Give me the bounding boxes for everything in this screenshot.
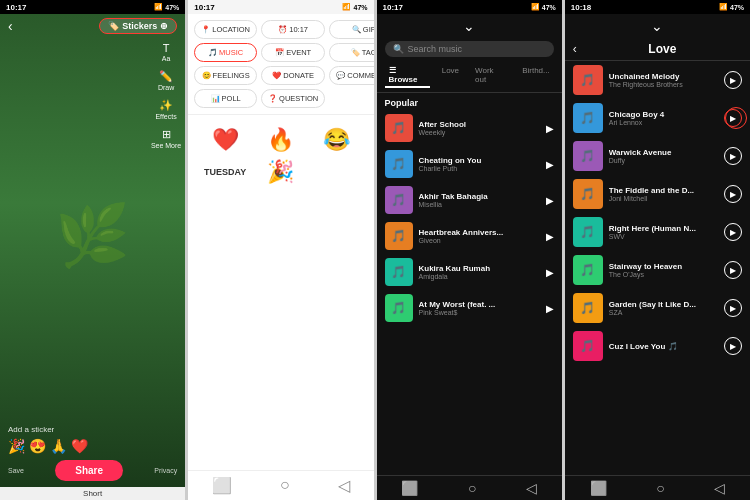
- donate-chip[interactable]: ❤️ DONATE: [261, 66, 325, 85]
- song-info-3: Warwick Avenue Duffy: [609, 148, 718, 164]
- play-btn-1[interactable]: ▶: [724, 71, 742, 89]
- status-icons-3: 📶 47%: [531, 3, 556, 11]
- song-thumb-6: 🎵: [573, 255, 603, 285]
- nav-home-4[interactable]: ○: [656, 480, 664, 496]
- gif-chip[interactable]: 🔍 GIF: [329, 20, 373, 39]
- clock-icon: ⏰: [278, 25, 287, 34]
- nav-back-3[interactable]: ◁: [526, 480, 537, 496]
- play-icon-2[interactable]: ▶: [546, 159, 554, 170]
- save-button[interactable]: Save: [8, 467, 24, 474]
- song-artist-garden: SZA: [609, 309, 718, 316]
- tab-browse[interactable]: ☰ Browse: [385, 64, 430, 88]
- play-btn-7[interactable]: ▶: [724, 299, 742, 317]
- play-btn-2[interactable]: ▶: [724, 109, 742, 127]
- song-artist-2: Charlie Puth: [419, 165, 540, 172]
- song-title-chicago: Chicago Boy 4: [609, 110, 718, 119]
- browse-icon: ☰: [389, 66, 396, 75]
- tab-workout[interactable]: Work out: [471, 64, 510, 88]
- chevron-down-icon[interactable]: ⌄: [463, 18, 475, 34]
- nav-squares-4[interactable]: ⬜: [590, 480, 607, 496]
- song-thumb-8: 🎵: [573, 331, 603, 361]
- status-bar-1: 10:17 📶 47%: [0, 0, 185, 14]
- feelings-chip[interactable]: 😊 FEELINGS: [194, 66, 257, 85]
- tag-icon: 🏷️: [351, 48, 360, 57]
- tab-love[interactable]: Love: [438, 64, 463, 88]
- music-item-3[interactable]: 🎵 Akhir Tak Bahagia Misellia ▶: [377, 182, 562, 218]
- search-icon: 🔍: [393, 44, 404, 54]
- screen3-nav: ⬜ ○ ◁: [377, 475, 562, 500]
- music-list: 🎵 After School Weeekly ▶ 🎵 Cheating on Y…: [377, 110, 562, 475]
- side-item-text[interactable]: T Aa: [151, 42, 181, 62]
- music-item-4[interactable]: 🎵 Heartbreak Annivers... Giveon ▶: [377, 218, 562, 254]
- song-item-cuz[interactable]: 🎵 Cuz I Love You 🎵 ▶: [565, 327, 750, 365]
- play-btn-3[interactable]: ▶: [724, 147, 742, 165]
- privacy-button[interactable]: Privacy: [154, 467, 177, 474]
- music-item-2[interactable]: 🎵 Cheating on You Charlie Puth ▶: [377, 146, 562, 182]
- stickers-button[interactable]: 🏷️ Stickers ⊕: [99, 18, 177, 34]
- effects-icon: ✨: [159, 99, 173, 112]
- bottom-nav-s1: Save Share Privacy: [8, 460, 177, 481]
- thumb-3: 🎵: [385, 186, 413, 214]
- song-title-4: Heartbreak Annivers...: [419, 228, 540, 237]
- side-item-effects[interactable]: ✨ Effects: [151, 99, 181, 120]
- song-info-1: Unchained Melody The Righteous Brothers: [609, 72, 718, 88]
- tab-birthday[interactable]: Birthd...: [518, 64, 554, 88]
- song-title-3: Akhir Tak Bahagia: [419, 192, 540, 201]
- song-item-chicago[interactable]: 🎵 Chicago Boy 4 Ari Lennox ▶: [565, 99, 750, 137]
- play-icon-6[interactable]: ▶: [546, 303, 554, 314]
- music-item-6[interactable]: 🎵 At My Worst (feat. ... Pink Sweat$ ▶: [377, 290, 562, 326]
- play-btn-8[interactable]: ▶: [724, 337, 742, 355]
- search-header: ⌄: [377, 14, 562, 38]
- emoji-heart[interactable]: ❤️: [200, 127, 250, 153]
- music-info-6: At My Worst (feat. ... Pink Sweat$: [419, 300, 540, 316]
- play-btn-5[interactable]: ▶: [724, 223, 742, 241]
- play-btn-4[interactable]: ▶: [724, 185, 742, 203]
- search-bar[interactable]: 🔍 Search music: [385, 41, 554, 57]
- back-icon-4[interactable]: ‹: [573, 42, 577, 56]
- nav-squares[interactable]: ⬜: [212, 476, 232, 495]
- song-item-stairway[interactable]: 🎵 Stairway to Heaven The O'Jays ▶: [565, 251, 750, 289]
- back-arrow-1[interactable]: ‹: [8, 18, 13, 34]
- music-item-1[interactable]: 🎵 After School Weeekly ▶: [377, 110, 562, 146]
- poll-chip[interactable]: 📊 POLL: [194, 89, 257, 108]
- song-item-righthere[interactable]: 🎵 Right Here (Human N... SWV ▶: [565, 213, 750, 251]
- screen-3: 10:17 📶 47% ⌄ 🔍 Search music ☰ Browse Lo…: [377, 0, 562, 500]
- comments-chip[interactable]: 💬 COMMENTS: [329, 66, 373, 85]
- song-item-warwick[interactable]: 🎵 Warwick Avenue Duffy ▶: [565, 137, 750, 175]
- screen-1: 10:17 📶 47% 🌿 ‹ 🏷️ Stickers ⊕ T Aa: [0, 0, 185, 500]
- comments-icon: 💬: [336, 71, 345, 80]
- play-icon-4[interactable]: ▶: [546, 231, 554, 242]
- screen-4: 10:18 📶 47% ⌄ ‹ Love 🎵 Unchained Melody …: [565, 0, 750, 500]
- time-4: 10:18: [571, 3, 591, 12]
- question-chip[interactable]: ❓ QUESTION: [261, 89, 325, 108]
- side-item-more[interactable]: ⊞ See More: [151, 128, 181, 149]
- time-chip[interactable]: ⏰ 10:17: [261, 20, 325, 39]
- play-btn-6[interactable]: ▶: [724, 261, 742, 279]
- play-icon-3[interactable]: ▶: [546, 195, 554, 206]
- chevron-down-icon-4[interactable]: ⌄: [651, 18, 663, 34]
- play-icon-5[interactable]: ▶: [546, 267, 554, 278]
- music-item-5[interactable]: 🎵 Kukira Kau Rumah Amigdala ▶: [377, 254, 562, 290]
- play-icon-1[interactable]: ▶: [546, 123, 554, 134]
- share-button[interactable]: Share: [55, 460, 123, 481]
- short-label: Short: [0, 487, 185, 500]
- song-info-5: Right Here (Human N... SWV: [609, 224, 718, 240]
- song-item-fiddle[interactable]: 🎵 The Fiddle and the D... Joni Mitchell …: [565, 175, 750, 213]
- side-item-draw[interactable]: ✏️ Draw: [151, 70, 181, 91]
- emoji-fire[interactable]: 🔥: [256, 127, 306, 153]
- nav-home[interactable]: ○: [280, 476, 290, 495]
- tag-chip[interactable]: 🏷️ TAG: [329, 43, 373, 62]
- nav-squares-3[interactable]: ⬜: [401, 480, 418, 496]
- location-chip[interactable]: 📍 LOCATION: [194, 20, 257, 39]
- song-item-garden[interactable]: 🎵 Garden (Say It Like D... SZA ▶: [565, 289, 750, 327]
- nav-back[interactable]: ◁: [338, 476, 350, 495]
- nav-home-3[interactable]: ○: [468, 480, 476, 496]
- nav-back-4[interactable]: ◁: [714, 480, 725, 496]
- music-chip[interactable]: 🎵 MUSIC: [194, 43, 257, 62]
- emoji-tuesday[interactable]: TUESDAY: [200, 159, 250, 185]
- screen1-bottom: Add a sticker 🎉 😍 🙏 ❤️ Save Share Privac…: [0, 419, 185, 487]
- song-item-unchained[interactable]: 🎵 Unchained Melody The Righteous Brother…: [565, 61, 750, 99]
- emoji-party[interactable]: 🎉: [256, 159, 306, 185]
- event-chip[interactable]: 📅 EVENT: [261, 43, 325, 62]
- emoji-laugh[interactable]: 😂: [312, 127, 362, 153]
